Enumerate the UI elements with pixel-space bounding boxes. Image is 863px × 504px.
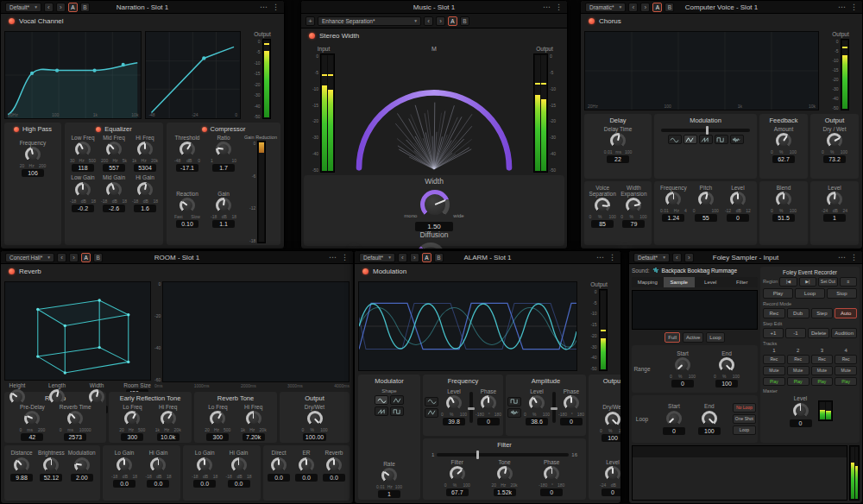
- knob-lo-gain[interactable]: Lo Gain-18dB180.0: [111, 450, 137, 487]
- knob-value[interactable]: 1.24: [662, 214, 684, 222]
- ab-compare-a-button[interactable]: A: [422, 253, 432, 262]
- button-step[interactable]: Step: [811, 308, 834, 318]
- track-2-rec-button[interactable]: Rec: [787, 355, 809, 364]
- knob-value[interactable]: 0: [727, 214, 749, 222]
- knob-value[interactable]: 0: [663, 427, 685, 435]
- menu-icon[interactable]: ⋯: [838, 3, 846, 11]
- knob-hi-gain[interactable]: Hi Gain-18dB180.0: [226, 450, 252, 487]
- knob-dial[interactable]: [326, 457, 342, 473]
- knob-value[interactable]: 7.20k: [243, 433, 265, 441]
- room-3d-display[interactable]: [4, 281, 151, 381]
- knob-level[interactable]: Level0%10038.6: [524, 388, 550, 425]
- knob-gain[interactable]: Gain-18dB181.1: [211, 191, 236, 244]
- sound-name[interactable]: Backpack Bookbag Rummage: [662, 268, 737, 274]
- knob-value[interactable]: 0: [477, 418, 500, 425]
- knob-reverb-time[interactable]: Reverb Time0ms100002573: [60, 404, 91, 441]
- plugin-power-toggle[interactable]: [9, 18, 15, 24]
- knob-dial[interactable]: [605, 412, 620, 427]
- knob-value[interactable]: 85: [591, 220, 614, 228]
- knob-dial[interactable]: [420, 190, 450, 219]
- knob-dial[interactable]: [137, 182, 153, 198]
- knob-brightness[interactable]: Brightness52.12: [38, 450, 65, 481]
- track-1-play-button[interactable]: Play: [763, 377, 785, 387]
- prev-preset-button[interactable]: ‹: [424, 16, 433, 26]
- plugin-power-toggle[interactable]: [9, 268, 15, 274]
- knob-value[interactable]: 0.0: [268, 474, 290, 482]
- preset-dropdown[interactable]: Dramatic*▾: [585, 3, 626, 12]
- knob-width[interactable]: WidthExpansion0%10079: [620, 185, 646, 229]
- saw-wave-icon[interactable]: [699, 135, 713, 144]
- button-x[interactable]: ≡: [840, 277, 857, 287]
- knob-filter[interactable]: Filter0%10067.7: [444, 459, 470, 496]
- ab-compare-a-button[interactable]: A: [81, 253, 91, 262]
- knob-dial[interactable]: [481, 395, 496, 411]
- knob-dial[interactable]: [827, 192, 842, 207]
- knob-start[interactable]: Start0%1000: [670, 350, 696, 387]
- sine-wave-icon[interactable]: [425, 397, 438, 406]
- knob-dial[interactable]: [702, 411, 717, 426]
- compressor-power-toggle[interactable]: [202, 127, 207, 132]
- noise-wave-icon[interactable]: [507, 408, 521, 418]
- plugin-power-toggle[interactable]: [309, 33, 315, 39]
- track-4-rec-button[interactable]: Rec: [835, 355, 857, 364]
- knob-value[interactable]: 0: [602, 488, 621, 496]
- ab-compare-b-button[interactable]: B: [80, 3, 90, 12]
- button-delete[interactable]: Delete: [808, 328, 829, 338]
- knob-mid-gain[interactable]: Mid Gain-18dB18-2.6: [101, 174, 127, 211]
- knob-dial[interactable]: [14, 457, 29, 473]
- knob-low-freq[interactable]: Low Freq30Hz500118: [70, 135, 96, 172]
- knob-dial[interactable]: [564, 395, 579, 411]
- button-1[interactable]: +1: [763, 328, 784, 338]
- knob-level[interactable]: Level-24dB240: [600, 459, 621, 496]
- knob-low-gain[interactable]: Low Gain-18dB18-0.2: [70, 174, 96, 211]
- knob-diffusion[interactable]: Diffusionnonediffused0.35: [401, 231, 467, 249]
- knob-ratio[interactable]: Ratio1101.7: [211, 135, 236, 188]
- more-icon[interactable]: ⋮: [850, 254, 858, 261]
- knob-value[interactable]: -2.6: [103, 205, 125, 212]
- prev-preset-button[interactable]: ‹: [44, 3, 54, 12]
- knob-value[interactable]: 1.50: [415, 222, 453, 231]
- triangle-wave-icon[interactable]: [390, 395, 404, 405]
- knob-pitch[interactable]: Pitch010055: [693, 185, 719, 222]
- menu-icon[interactable]: ⋯: [260, 3, 268, 11]
- knob-dial[interactable]: [776, 192, 791, 207]
- titlebar[interactable]: Dramatic*▾ ‹ › A B Computer Voice - Slot…: [581, 1, 862, 14]
- titlebar[interactable]: Concert Hall*▾ ‹ › A B ROOM - Slot 1 ⋯ ⋮: [1, 251, 353, 264]
- knob-phase[interactable]: Phase-180°1800: [558, 388, 584, 425]
- knob-rate[interactable]: Rate0.01Hz1001: [376, 461, 402, 498]
- track-3-mute-button[interactable]: Mute: [811, 366, 834, 375]
- square-wave-icon[interactable]: [507, 397, 521, 406]
- knob-value[interactable]: 22: [607, 155, 629, 163]
- more-icon[interactable]: ⋮: [555, 3, 563, 11]
- saw-wave-icon[interactable]: [375, 406, 388, 416]
- preset-dropdown[interactable]: Concert Hall*▾: [5, 253, 54, 262]
- titlebar[interactable]: Default*▾ ‹ › A B ALARM - Slot 1 ⋯ ⋮: [355, 251, 620, 264]
- knob-value[interactable]: 118: [72, 164, 94, 172]
- knob-dial[interactable]: [675, 357, 690, 373]
- knob-blend[interactable]: Blend0%10051.5: [771, 185, 797, 222]
- knob-dial[interactable]: [180, 198, 195, 213]
- button-level[interactable]: Level: [695, 277, 727, 287]
- knob-dial[interactable]: [197, 457, 212, 473]
- sine-wave-icon[interactable]: [668, 135, 682, 144]
- knob-value[interactable]: 1: [823, 214, 846, 222]
- knob-dial[interactable]: [180, 142, 195, 157]
- more-icon[interactable]: ⋮: [341, 254, 349, 261]
- prev-preset-button[interactable]: ‹: [398, 253, 407, 262]
- track-4-mute-button[interactable]: Mute: [835, 366, 857, 375]
- next-preset-button[interactable]: ›: [56, 3, 66, 12]
- button-x[interactable]: ▶|: [799, 277, 816, 287]
- knob-level[interactable]: Level0: [788, 395, 814, 426]
- knob-dial[interactable]: [416, 243, 445, 249]
- knob-dial[interactable]: [150, 457, 166, 473]
- knob-value[interactable]: -17.1: [176, 164, 198, 172]
- knob-value[interactable]: 52.12: [40, 474, 62, 482]
- knob-value[interactable]: 100: [602, 434, 621, 442]
- knob-dial[interactable]: [446, 395, 462, 411]
- knob-value[interactable]: 73.2: [823, 155, 846, 163]
- knob-value[interactable]: 0: [671, 380, 694, 387]
- ab-compare-a-button[interactable]: A: [652, 3, 662, 12]
- knob-value[interactable]: 106: [22, 169, 44, 177]
- knob-dial[interactable]: [793, 403, 809, 419]
- ab-compare-a-button[interactable]: A: [448, 16, 457, 26]
